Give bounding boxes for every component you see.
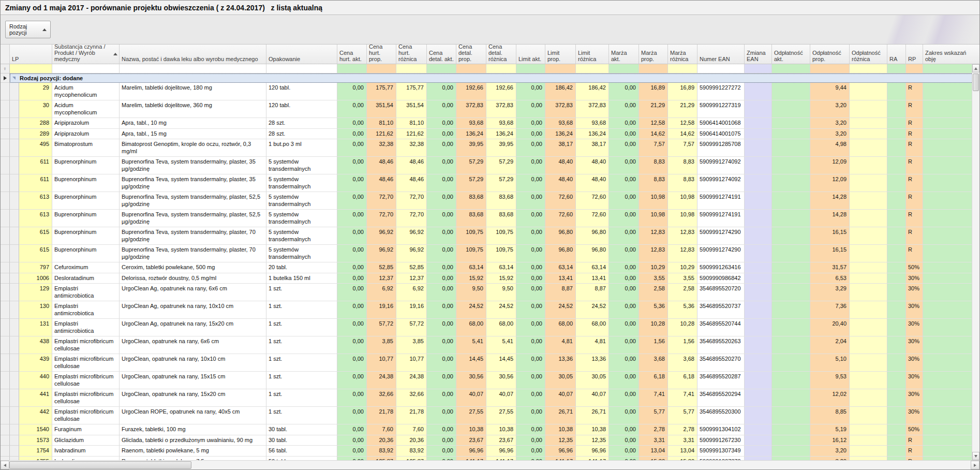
cell-limit_prop[interactable]: 48,40: [545, 157, 576, 174]
cell-zmiana_ean[interactable]: [745, 157, 772, 174]
cell-odplatnosc_akt[interactable]: [772, 174, 810, 192]
cell-substancja[interactable]: Buprenorphinum: [52, 227, 120, 245]
table-row[interactable]: 129Emplastri antimicrobioticaUrgoClean A…: [1, 284, 973, 301]
cell-substancja[interactable]: Emplastri microfibricum cellulosae: [52, 389, 120, 407]
filter-cell-odplatnosc_roznica[interactable]: [850, 64, 887, 74]
cell-odplatnosc_akt[interactable]: [772, 262, 810, 273]
cell-limit_roznica[interactable]: 372,83: [576, 100, 609, 118]
cell-marza_akt[interactable]: 0,00: [609, 262, 639, 273]
cell-limit_akt[interactable]: 0,00: [516, 157, 545, 174]
cell-marza_roznica[interactable]: 5,36: [668, 301, 697, 319]
cell-odplatnosc_roznica[interactable]: [850, 157, 887, 174]
cell-odplatnosc_akt[interactable]: [772, 118, 810, 129]
cell-nazwa[interactable]: Delorissa, roztwór doustny, 0,5 mg/ml: [120, 273, 266, 284]
scroll-left-button[interactable]: [1, 461, 9, 469]
table-row[interactable]: 611BuprenorphinumBuprenorfina Teva, syst…: [1, 157, 973, 174]
cell-opakowanie[interactable]: 1 szt.: [266, 354, 337, 372]
cell-marza_prop[interactable]: 12,83: [639, 245, 668, 262]
cell-cena_hurt_roznica[interactable]: 52,85: [396, 262, 427, 273]
cell-ra[interactable]: [887, 245, 906, 262]
cell-cena_hurt_roznica[interactable]: 57,72: [396, 319, 427, 336]
cell-cena_detal_akt[interactable]: 0,00: [427, 157, 456, 174]
cell-cena_hurt_prop[interactable]: 21,78: [367, 407, 396, 424]
cell-odplatnosc_prop[interactable]: 16,15: [810, 227, 850, 245]
cell-numer_ean[interactable]: 3546895520300: [697, 407, 745, 424]
cell-cena_hurt_roznica[interactable]: 20,36: [396, 435, 427, 446]
cell-cena_hurt_akt[interactable]: 0,00: [337, 174, 367, 192]
cell-marza_akt[interactable]: 0,00: [609, 157, 639, 174]
cell-odplatnosc_roznica[interactable]: [850, 336, 887, 354]
cell-numer_ean[interactable]: 3546895520294: [697, 389, 745, 407]
cell-numer_ean[interactable]: 3546895520720: [697, 284, 745, 301]
cell-marza_roznica[interactable]: 7,57: [668, 139, 697, 157]
cell-limit_roznica[interactable]: 72,60: [576, 192, 609, 210]
cell-numer_ean[interactable]: 5909991227272: [697, 83, 745, 100]
cell-cena_detal_akt[interactable]: 0,00: [427, 118, 456, 129]
cell-zakres[interactable]: [923, 446, 973, 457]
cell-cena_hurt_akt[interactable]: 0,00: [337, 273, 367, 284]
cell-marza_akt[interactable]: 0,00: [609, 245, 639, 262]
cell-cena_detal_prop[interactable]: 14,45: [456, 354, 486, 372]
table-row[interactable]: 440Emplastri microfibricum cellulosaeUrg…: [1, 372, 973, 389]
cell-cena_detal_roznica[interactable]: 63,14: [486, 262, 516, 273]
cell-cena_detal_prop[interactable]: 192,66: [456, 83, 486, 100]
cell-odplatnosc_roznica[interactable]: [850, 435, 887, 446]
cell-cena_hurt_akt[interactable]: 0,00: [337, 336, 367, 354]
cell-cena_hurt_roznica[interactable]: 10,77: [396, 354, 427, 372]
cell-rp[interactable]: R: [906, 192, 923, 210]
cell-ra[interactable]: [887, 139, 906, 157]
column-header-odplatnosc_akt[interactable]: Odpłatność akt.: [772, 45, 810, 64]
cell-cena_hurt_prop[interactable]: 32,66: [367, 389, 396, 407]
cell-marza_roznica[interactable]: 12,58: [668, 118, 697, 129]
cell-cena_detal_prop[interactable]: 24,52: [456, 301, 486, 319]
cell-nazwa[interactable]: UrgoClean ROPE, opatrunek na rany, 40x5 …: [120, 407, 266, 424]
cell-marza_roznica[interactable]: 12,83: [668, 245, 697, 262]
cell-cena_detal_akt[interactable]: 0,00: [427, 227, 456, 245]
cell-cena_detal_akt[interactable]: 0,00: [427, 210, 456, 227]
cell-limit_akt[interactable]: 0,00: [516, 174, 545, 192]
cell-opakowanie[interactable]: 1 szt.: [266, 389, 337, 407]
cell-cena_detal_akt[interactable]: 0,00: [427, 139, 456, 157]
cell-limit_akt[interactable]: 0,00: [516, 227, 545, 245]
cell-ra[interactable]: [887, 118, 906, 129]
cell-zmiana_ean[interactable]: [745, 139, 772, 157]
filter-cell-zmiana_ean[interactable]: [745, 64, 772, 74]
cell-odplatnosc_akt[interactable]: [772, 100, 810, 118]
cell-marza_roznica[interactable]: 10,98: [668, 210, 697, 227]
cell-substancja[interactable]: Buprenorphinum: [52, 210, 120, 227]
cell-odplatnosc_akt[interactable]: [772, 129, 810, 140]
cell-odplatnosc_akt[interactable]: [772, 210, 810, 227]
cell-rp[interactable]: 30%: [906, 319, 923, 336]
cell-zmiana_ean[interactable]: [745, 389, 772, 407]
cell-zmiana_ean[interactable]: [745, 354, 772, 372]
cell-cena_detal_roznica[interactable]: 68,00: [486, 319, 516, 336]
filter-cell-marza_akt[interactable]: [609, 64, 639, 74]
cell-cena_detal_roznica[interactable]: 23,67: [486, 435, 516, 446]
cell-limit_prop[interactable]: 13,36: [545, 354, 576, 372]
cell-zmiana_ean[interactable]: [745, 192, 772, 210]
cell-marza_prop[interactable]: 8,83: [639, 157, 668, 174]
cell-limit_prop[interactable]: 26,71: [545, 407, 576, 424]
cell-cena_detal_prop[interactable]: 68,00: [456, 319, 486, 336]
cell-odplatnosc_roznica[interactable]: [850, 424, 887, 435]
cell-opakowanie[interactable]: 5 systemów transdermalnych: [266, 157, 337, 174]
cell-lp[interactable]: 613: [19, 210, 52, 227]
cell-opakowanie[interactable]: 120 tabl.: [266, 100, 337, 118]
cell-substancja[interactable]: Emplastri microfibricum cellulosae: [52, 354, 120, 372]
cell-odplatnosc_prop[interactable]: 14,28: [810, 192, 850, 210]
cell-odplatnosc_roznica[interactable]: [850, 319, 887, 336]
cell-zmiana_ean[interactable]: [745, 174, 772, 192]
cell-rp[interactable]: 30%: [906, 284, 923, 301]
filter-cell-rp[interactable]: [906, 64, 923, 74]
cell-substancja[interactable]: Buprenorphinum: [52, 157, 120, 174]
cell-odplatnosc_prop[interactable]: 12,09: [810, 157, 850, 174]
cell-limit_prop[interactable]: 96,80: [545, 227, 576, 245]
cell-opakowanie[interactable]: 1 szt.: [266, 319, 337, 336]
cell-nazwa[interactable]: UrgoClean, opatrunek na rany, 15x15 cm: [120, 372, 266, 389]
cell-zmiana_ean[interactable]: [745, 407, 772, 424]
cell-odplatnosc_prop[interactable]: 8,85: [810, 407, 850, 424]
cell-limit_akt[interactable]: 0,00: [516, 336, 545, 354]
column-header-cena_hurt_prop[interactable]: Cena hurt. prop.: [367, 45, 396, 64]
cell-ra[interactable]: [887, 407, 906, 424]
cell-cena_detal_prop[interactable]: 372,83: [456, 100, 486, 118]
